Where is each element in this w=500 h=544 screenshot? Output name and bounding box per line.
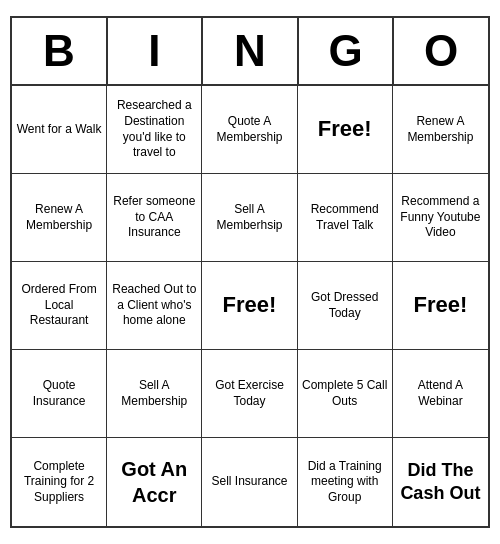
header-letter-g: G <box>299 18 395 84</box>
cell-text-0: Went for a Walk <box>17 122 102 138</box>
bingo-cell-13: Got Dressed Today <box>298 262 393 350</box>
bingo-cell-21: Got An Accr <box>107 438 202 526</box>
bingo-cell-11: Reached Out to a Client who's home alone <box>107 262 202 350</box>
header-letter-o: O <box>394 18 488 84</box>
bingo-cell-1: Researched a Destination you'd like to t… <box>107 86 202 174</box>
bingo-grid: Went for a WalkResearched a Destination … <box>12 86 488 526</box>
bingo-cell-4: Renew A Membership <box>393 86 488 174</box>
cell-text-10: Ordered From Local Restaurant <box>16 282 102 329</box>
header-letter-b: B <box>12 18 108 84</box>
cell-text-12: Free! <box>223 291 277 320</box>
bingo-cell-0: Went for a Walk <box>12 86 107 174</box>
cell-text-3: Free! <box>318 115 372 144</box>
cell-text-14: Free! <box>413 291 467 320</box>
bingo-cell-2: Quote A Membership <box>202 86 297 174</box>
cell-text-16: Sell A Membership <box>111 378 197 409</box>
bingo-cell-8: Recommend Travel Talk <box>298 174 393 262</box>
bingo-cell-9: Recommend a Funny Youtube Video <box>393 174 488 262</box>
cell-text-8: Recommend Travel Talk <box>302 202 388 233</box>
bingo-cell-20: Complete Training for 2 Suppliers <box>12 438 107 526</box>
cell-text-2: Quote A Membership <box>206 114 292 145</box>
cell-text-5: Renew A Membership <box>16 202 102 233</box>
bingo-cell-18: Complete 5 Call Outs <box>298 350 393 438</box>
cell-text-1: Researched a Destination you'd like to t… <box>111 98 197 160</box>
bingo-cell-12: Free! <box>202 262 297 350</box>
bingo-cell-24: Did The Cash Out <box>393 438 488 526</box>
bingo-cell-10: Ordered From Local Restaurant <box>12 262 107 350</box>
cell-text-18: Complete 5 Call Outs <box>302 378 388 409</box>
bingo-cell-16: Sell A Membership <box>107 350 202 438</box>
bingo-cell-6: Refer someone to CAA Insurance <box>107 174 202 262</box>
bingo-header: BINGO <box>12 18 488 86</box>
header-letter-i: I <box>108 18 204 84</box>
cell-text-20: Complete Training for 2 Suppliers <box>16 459 102 506</box>
cell-text-24: Did The Cash Out <box>397 459 484 506</box>
cell-text-17: Got Exercise Today <box>206 378 292 409</box>
cell-text-9: Recommend a Funny Youtube Video <box>397 194 484 241</box>
bingo-cell-5: Renew A Membership <box>12 174 107 262</box>
bingo-cell-22: Sell Insurance <box>202 438 297 526</box>
bingo-cell-15: Quote Insurance <box>12 350 107 438</box>
bingo-cell-23: Did a Training meeting with Group <box>298 438 393 526</box>
cell-text-19: Attend A Webinar <box>397 378 484 409</box>
cell-text-4: Renew A Membership <box>397 114 484 145</box>
bingo-cell-19: Attend A Webinar <box>393 350 488 438</box>
bingo-cell-7: Sell A Memberhsip <box>202 174 297 262</box>
bingo-cell-3: Free! <box>298 86 393 174</box>
bingo-card: BINGO Went for a WalkResearched a Destin… <box>10 16 490 528</box>
cell-text-11: Reached Out to a Client who's home alone <box>111 282 197 329</box>
cell-text-21: Got An Accr <box>111 456 197 508</box>
cell-text-13: Got Dressed Today <box>302 290 388 321</box>
cell-text-15: Quote Insurance <box>16 378 102 409</box>
cell-text-7: Sell A Memberhsip <box>206 202 292 233</box>
cell-text-23: Did a Training meeting with Group <box>302 459 388 506</box>
cell-text-6: Refer someone to CAA Insurance <box>111 194 197 241</box>
bingo-cell-17: Got Exercise Today <box>202 350 297 438</box>
cell-text-22: Sell Insurance <box>211 474 287 490</box>
bingo-cell-14: Free! <box>393 262 488 350</box>
header-letter-n: N <box>203 18 299 84</box>
